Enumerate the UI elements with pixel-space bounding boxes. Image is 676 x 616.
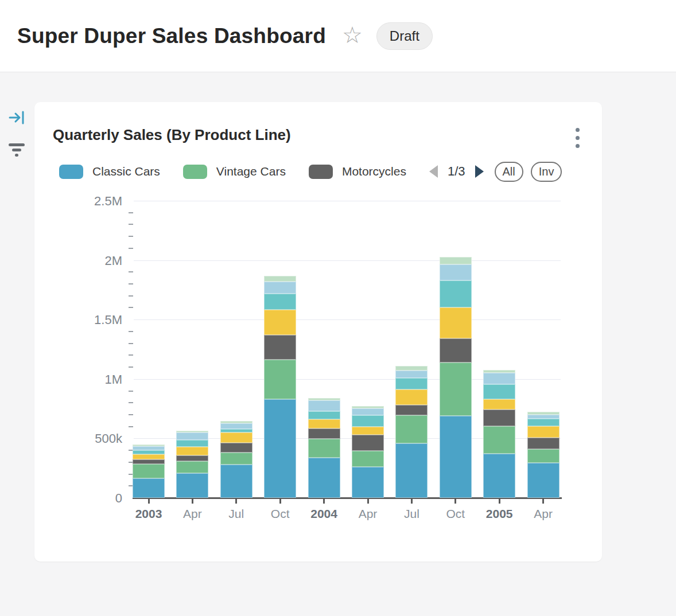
bar-segment[interactable] <box>483 384 515 399</box>
bar-segment[interactable] <box>440 307 472 338</box>
bar-segment[interactable] <box>308 398 340 400</box>
legend-prev-icon[interactable] <box>429 165 438 178</box>
legend-item[interactable]: Classic Cars <box>59 165 160 179</box>
bar-segment[interactable] <box>264 282 296 294</box>
bar-segment[interactable] <box>527 449 560 463</box>
legend-all-button[interactable]: All <box>495 162 523 182</box>
bar-segment[interactable] <box>352 467 384 498</box>
bar-apr[interactable] <box>176 201 208 498</box>
bar-segment[interactable] <box>483 426 515 454</box>
bar-segment[interactable] <box>527 438 560 449</box>
collapse-panel-icon[interactable] <box>8 109 25 128</box>
bar-segment[interactable] <box>440 257 472 264</box>
bar-segment[interactable] <box>133 459 165 464</box>
bar-segment[interactable] <box>264 360 296 400</box>
bar-segment[interactable] <box>527 415 560 419</box>
bar-apr[interactable] <box>527 201 560 498</box>
bar-segment[interactable] <box>133 446 165 450</box>
bar-segment[interactable] <box>395 389 428 404</box>
bar-segment[interactable] <box>527 426 560 438</box>
bar-segment[interactable] <box>176 473 208 498</box>
bar-segment[interactable] <box>483 373 515 384</box>
bar-segment[interactable] <box>220 453 252 465</box>
bar-segment[interactable] <box>133 464 165 478</box>
bar-segment[interactable] <box>395 415 428 443</box>
bar-2004[interactable] <box>308 201 340 498</box>
bar-segment[interactable] <box>176 447 208 455</box>
bar-segment[interactable] <box>440 280 472 307</box>
bar-segment[interactable] <box>308 419 340 428</box>
bar-segment[interactable] <box>395 378 428 389</box>
bar-segment[interactable] <box>352 451 384 466</box>
star-icon[interactable]: ☆ <box>342 24 363 46</box>
bar-segment[interactable] <box>176 431 208 433</box>
bar-segment[interactable] <box>308 400 340 411</box>
bar-segment[interactable] <box>176 455 208 461</box>
bar-segment[interactable] <box>308 411 340 419</box>
bar-segment[interactable] <box>133 454 165 459</box>
page-title: Super Duper Sales Dashboard <box>17 24 326 48</box>
bar-segment[interactable] <box>352 435 384 451</box>
bar-segment[interactable] <box>264 276 296 282</box>
bar-oct[interactable] <box>264 201 296 498</box>
bar-segment[interactable] <box>133 478 165 498</box>
legend-invert-button[interactable]: Inv <box>531 162 562 182</box>
bar-segment[interactable] <box>352 427 384 435</box>
bar-segment[interactable] <box>176 432 208 439</box>
bar-segment[interactable] <box>527 412 560 414</box>
legend-next-icon[interactable] <box>475 165 484 178</box>
bar-segment[interactable] <box>308 439 340 458</box>
stacked-bar-chart[interactable]: 0500k1M1.5M2M2.5M2003AprJulOct2004AprJul… <box>134 201 561 498</box>
bar-segment[interactable] <box>220 465 252 498</box>
bar-segment[interactable] <box>440 338 472 362</box>
x-axis-tick <box>499 499 500 504</box>
bar-segment[interactable] <box>395 366 428 370</box>
bar-2005[interactable] <box>483 201 515 498</box>
bar-segment[interactable] <box>352 406 384 408</box>
bar-segment[interactable] <box>220 421 252 424</box>
bar-segment[interactable] <box>440 416 472 498</box>
bar-segment[interactable] <box>352 408 384 416</box>
status-badge: Draft <box>376 22 433 50</box>
bar-segment[interactable] <box>133 445 165 446</box>
bar-segment[interactable] <box>527 463 560 498</box>
legend-item[interactable]: Vintage Cars <box>183 165 286 179</box>
bar-segment[interactable] <box>527 419 560 426</box>
bar-segment[interactable] <box>308 428 340 439</box>
x-axis-tick <box>148 499 150 504</box>
y-axis-tick-label: 1M <box>71 372 122 387</box>
bar-oct[interactable] <box>440 201 472 498</box>
legend-swatch-vintage-cars <box>183 165 207 179</box>
bar-segment[interactable] <box>483 454 515 498</box>
bar-jul[interactable] <box>395 201 428 498</box>
bar-segment[interactable] <box>483 410 515 426</box>
legend-item[interactable]: Motorcycles <box>309 165 406 179</box>
bar-segment[interactable] <box>483 370 515 373</box>
y-axis-tick-label: 2M <box>71 254 122 268</box>
bar-segment[interactable] <box>440 362 472 416</box>
bar-segment[interactable] <box>220 423 252 428</box>
bar-segment[interactable] <box>440 264 472 280</box>
bar-segment[interactable] <box>264 310 296 335</box>
filter-icon[interactable] <box>7 141 26 159</box>
bar-segment[interactable] <box>176 461 208 474</box>
bar-segment[interactable] <box>483 399 515 410</box>
bar-segment[interactable] <box>220 443 252 453</box>
bar-apr[interactable] <box>352 201 384 498</box>
kebab-menu-icon[interactable] <box>569 124 585 151</box>
bar-2003[interactable] <box>133 201 165 498</box>
bar-segment[interactable] <box>264 399 296 498</box>
bar-segment[interactable] <box>395 405 428 415</box>
bar-jul[interactable] <box>220 201 252 498</box>
bar-segment[interactable] <box>176 440 208 447</box>
bar-segment[interactable] <box>308 458 340 498</box>
bar-segment[interactable] <box>264 335 296 360</box>
bar-segment[interactable] <box>133 450 165 454</box>
bar-segment[interactable] <box>395 371 428 378</box>
x-axis-tick <box>279 499 281 504</box>
bar-segment[interactable] <box>220 432 252 443</box>
bar-segment[interactable] <box>220 429 252 432</box>
bar-segment[interactable] <box>395 443 428 498</box>
bar-segment[interactable] <box>264 294 296 310</box>
bar-segment[interactable] <box>352 415 384 427</box>
